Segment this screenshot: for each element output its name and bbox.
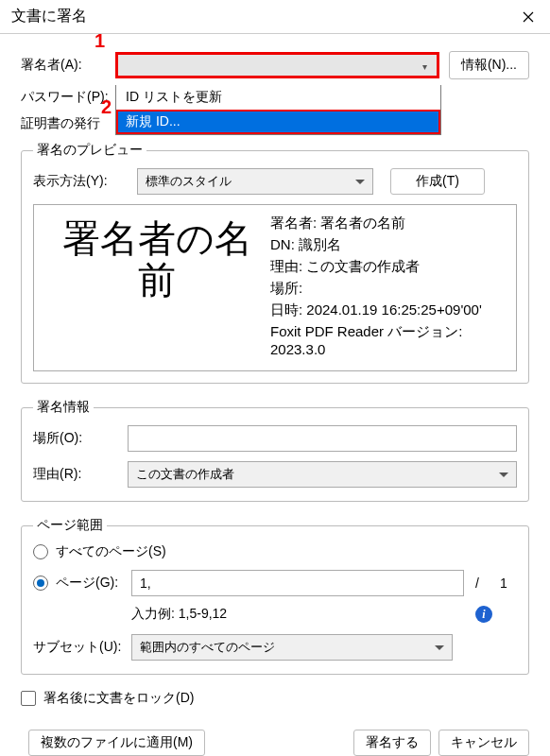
signer-dropdown-list: ID リストを更新 2 新規 ID... <box>115 85 441 135</box>
dropdown-item-new-id[interactable]: 2 新規 ID... <box>116 110 440 134</box>
siginfo-legend: 署名情報 <box>33 399 94 416</box>
display-style-value: 標準のスタイル <box>146 173 232 190</box>
subset-value: 範囲内のすべてのページ <box>140 639 275 656</box>
preview-legend: 署名のプレビュー <box>33 142 146 159</box>
info-button[interactable]: 情報(N)... <box>449 51 529 79</box>
reason-value: この文書の作成者 <box>136 466 234 483</box>
create-style-button[interactable]: 作成(T) <box>390 168 485 195</box>
apply-multiple-button[interactable]: 複数のファイルに適用(M) <box>28 730 205 756</box>
preview-detail-signer: 署名者: 署名者の名前 <box>270 215 507 232</box>
preview-detail-place: 場所: <box>270 280 507 298</box>
preview-signer-name-large: 署名者の名前 <box>43 213 270 363</box>
subset-select[interactable]: 範囲内のすべてのページ <box>131 634 453 661</box>
close-button[interactable] <box>507 0 550 34</box>
signer-dropdown[interactable]: ▾ ID リストを更新 2 新規 ID... <box>115 52 439 78</box>
display-style-select[interactable]: 標準のスタイル <box>137 168 373 195</box>
annotation-2: 2 <box>101 96 112 118</box>
radio-all-pages-label: すべてのページ(S) <box>56 543 166 560</box>
preview-detail-date: 日時: 2024.01.19 16:25:25+09'00' <box>270 301 507 319</box>
annotation-1: 1 <box>95 30 105 52</box>
preview-box: 署名者の名前 署名者: 署名者の名前 DN: 識別名 理由: この文書の作成者 … <box>33 204 517 371</box>
place-input[interactable] <box>128 425 517 452</box>
siginfo-fieldset: 署名情報 場所(O): 理由(R): この文書の作成者 <box>21 399 529 502</box>
preview-detail-app: Foxit PDF Reader バージョン: 2023.3.0 <box>270 323 507 357</box>
preview-detail-reason: 理由: この文書の作成者 <box>270 258 507 276</box>
subset-label: サブセット(U): <box>33 639 131 656</box>
pages-example: 入力例: 1,5-9,12 <box>131 606 475 623</box>
chevron-down-icon: ▾ <box>418 57 433 76</box>
window-title: 文書に署名 <box>11 7 87 26</box>
radio-pages[interactable] <box>33 576 48 591</box>
pages-input[interactable] <box>131 570 464 596</box>
lock-label: 署名後に文書をロック(D) <box>43 690 194 707</box>
reason-label: 理由(R): <box>33 466 128 483</box>
preview-details: 署名者: 署名者の名前 DN: 識別名 理由: この文書の作成者 場所: 日時:… <box>270 213 507 363</box>
place-label: 場所(O): <box>33 430 128 447</box>
radio-all-pages[interactable] <box>33 544 48 559</box>
sign-button[interactable]: 署名する <box>353 730 431 756</box>
dropdown-item-new-id-label: 新規 ID... <box>126 113 180 129</box>
reason-select[interactable]: この文書の作成者 <box>128 461 517 488</box>
pagerange-fieldset: ページ範囲 すべてのページ(S) ページ(G): / 1 入力例: 1,5-9,… <box>21 517 529 675</box>
lock-checkbox[interactable] <box>21 691 36 706</box>
footer: 複数のファイルに適用(M) 署名する キャンセル <box>0 724 550 756</box>
pages-total: 1 <box>490 576 517 591</box>
dropdown-item-update-id-list[interactable]: ID リストを更新 <box>116 85 440 110</box>
close-icon <box>523 11 534 23</box>
titlebar: 文書に署名 <box>0 0 550 34</box>
pagerange-legend: ページ範囲 <box>33 517 107 534</box>
cancel-button[interactable]: キャンセル <box>438 730 529 756</box>
pages-slash: / <box>475 576 479 591</box>
display-style-label: 表示方法(Y): <box>33 173 137 190</box>
preview-detail-dn: DN: 識別名 <box>270 236 507 254</box>
info-icon[interactable]: i <box>475 606 492 623</box>
radio-pages-label: ページ(G): <box>56 575 131 592</box>
signer-label: 署名者(A): <box>21 57 115 74</box>
preview-fieldset: 署名のプレビュー 表示方法(Y): 標準のスタイル 作成(T) 署名者の名前 署… <box>21 142 529 384</box>
